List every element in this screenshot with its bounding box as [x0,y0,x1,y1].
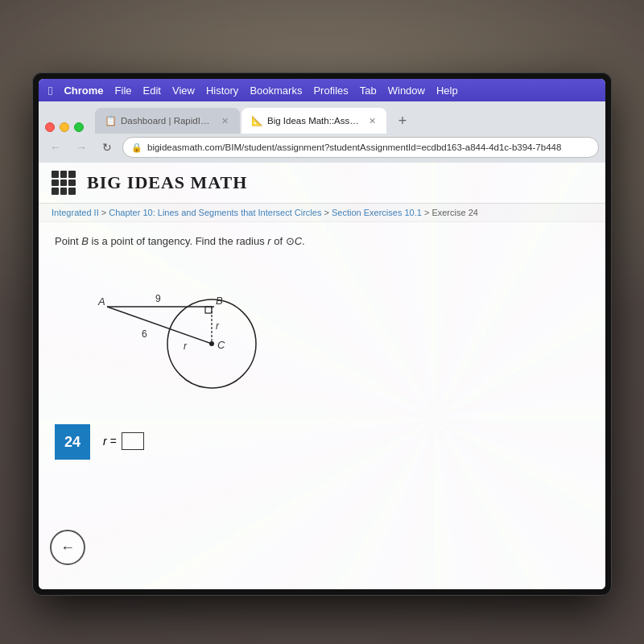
menu-view[interactable]: View [172,85,195,97]
macos-menubar:  Chrome File Edit View History Bookmark… [39,79,605,101]
label-a: A [97,295,105,308]
close-window-button[interactable] [45,122,55,132]
diagram-container: C A [87,257,589,405]
bim-grid-icon [52,171,76,195]
forward-nav-button[interactable]: → [71,137,92,158]
tab-close-rapididentity[interactable]: ✕ [221,115,230,126]
bim-title: BIG IDEAS MATH [87,172,247,193]
breadcrumb-chapter[interactable]: Chapter 10: Lines and Segments that Inte… [109,208,321,217]
menu-file[interactable]: File [115,85,132,97]
back-arrow-button[interactable]: ← [50,530,85,565]
breadcrumb-sep3: > [424,208,431,217]
screen-bezel:  Chrome File Edit View History Bookmark… [32,72,612,596]
back-nav-button[interactable]: ← [45,137,66,158]
label-6: 6 [142,328,147,340]
label-c: C [217,339,225,351]
problem-statement: Point B is a point of tangency. Find the… [55,235,589,247]
minimize-window-button[interactable] [60,122,69,132]
tab-rapididentity[interactable]: 📋 Dashboard | RapidIdentity ✕ [95,108,240,134]
laptop-frame:  Chrome File Edit View History Bookmark… [0,0,644,644]
label-r-bottom: r [184,341,188,352]
address-bar-row: ← → ↻ 🔒 bigideasmath.com/BIM/student/ass… [39,134,605,163]
menu-bookmarks[interactable]: Bookmarks [250,85,302,97]
problem-number-badge: 24 [55,424,90,460]
page-content: BIG IDEAS MATH Integrated II > Chapter 1… [39,163,605,589]
url-text: bigideasmath.com/BIM/student/assignment?… [147,142,561,152]
answer-equation-label: r = [103,435,117,448]
breadcrumb-exercise: Exercise 24 [431,208,477,217]
breadcrumb-sep1: > [101,208,109,217]
screen-inner:  Chrome File Edit View History Bookmark… [39,79,605,589]
menu-profiles[interactable]: Profiles [313,85,348,97]
right-angle-mark [205,307,212,313]
breadcrumb-section[interactable]: Section Exercises 10.1 [332,208,422,217]
label-b: B [216,295,223,307]
tab-title-bigideasmath: Big Ideas Math::Assessment [267,116,360,126]
browser-chrome: 📋 Dashboard | RapidIdentity ✕ 📐 Big Idea… [39,101,605,163]
label-r-top: r [216,320,220,332]
menu-history[interactable]: History [206,85,238,97]
tab-favicon-rapididentity: 📋 [105,115,116,126]
new-tab-button[interactable]: + [391,109,414,132]
problem-area: Point B is a point of tangency. Find the… [39,222,605,476]
geometry-diagram: C A [87,257,264,402]
refresh-button[interactable]: ↻ [97,137,118,158]
breadcrumb-integrated[interactable]: Integrated II [52,208,99,217]
tab-favicon-bigideasmath: 📐 [251,115,262,126]
address-bar[interactable]: 🔒 bigideasmath.com/BIM/student/assignmen… [122,137,599,158]
apple-menu-icon[interactable]:  [48,84,52,97]
tab-bar: 📋 Dashboard | RapidIdentity ✕ 📐 Big Idea… [39,101,605,134]
breadcrumb-sep2: > [324,208,331,217]
bim-header: BIG IDEAS MATH [39,163,605,204]
tab-title-rapididentity: Dashboard | RapidIdentity [121,116,213,126]
label-9: 9 [155,293,161,304]
breadcrumb: Integrated II > Chapter 10: Lines and Se… [39,204,605,222]
answer-input-box[interactable] [122,432,144,450]
menu-window[interactable]: Window [388,85,425,97]
maximize-window-button[interactable] [74,122,84,132]
problem-number-area: 24 r = [55,421,589,463]
menu-tab[interactable]: Tab [360,85,377,97]
tab-bigideasmath[interactable]: 📐 Big Ideas Math::Assessment ✕ [242,108,386,134]
menu-help[interactable]: Help [436,85,458,97]
line-ac [107,307,212,344]
menu-chrome[interactable]: Chrome [64,85,103,97]
menu-edit[interactable]: Edit [143,85,161,97]
answer-area: r = [103,432,144,450]
tab-close-bigideasmath[interactable]: ✕ [368,115,377,126]
ssl-lock-icon: 🔒 [131,142,142,153]
traffic-lights [45,122,84,132]
